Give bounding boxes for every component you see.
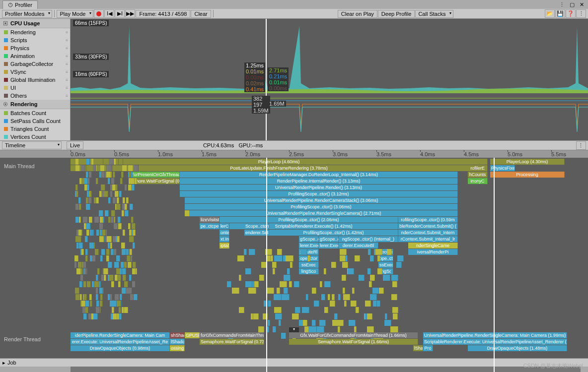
cat-Batches Count[interactable]: Batches Count xyxy=(0,109,70,117)
flame-block[interactable]: PostLateUpdate.FinishFrameRendering (3.7… xyxy=(71,165,488,171)
flame-block[interactable]: aphore.WaitForSignal (0.5 xyxy=(130,178,180,184)
flame-block[interactable]: ForPresentOnGfxThread xyxy=(130,172,180,178)
flame-block[interactable]: ossing xyxy=(170,345,185,351)
flame-block[interactable]: GPUSki xyxy=(185,332,200,338)
next-frame-button[interactable]: ▶I xyxy=(115,9,125,18)
flame-block[interactable]: lShadow xyxy=(413,345,423,351)
flame-block[interactable]: ScriptableRenderer.Execute: UniversalRen… xyxy=(423,339,567,345)
flame-block[interactable]: Pro xyxy=(423,345,433,351)
profiler-modules-dropdown[interactable]: Profiler Modules xyxy=(2,10,52,18)
flame-block[interactable]: ngScope..ctor() (Internal_) xyxy=(339,236,398,242)
flame-block[interactable]: nderSingleCame xyxy=(408,243,458,248)
expand-handle[interactable]: ▾ xyxy=(289,327,299,332)
flame-block[interactable]: ProfilingScope..ctor() (3.12ms) xyxy=(180,191,458,197)
flame-block[interactable]: gScope..ctor() ( xyxy=(319,236,339,242)
flame-block[interactable]: rofilerE xyxy=(468,165,488,171)
cat-Rendering[interactable]: Rendering≡ xyxy=(0,28,70,36)
horizontal-scrollbar[interactable] xyxy=(0,367,588,372)
flame-block[interactable]: gScope..ctor() ( xyxy=(299,236,319,242)
flame-block[interactable]: ProfilingScope..ctor() (3.06ms) xyxy=(185,204,458,210)
flame-block[interactable]: rofilingScope..ctor() (0.59m xyxy=(398,217,458,223)
flame-block[interactable]: UniversalRenderPipeline.RenderCameraStac… xyxy=(185,197,458,203)
record-button[interactable] xyxy=(94,9,104,18)
help-icon[interactable]: ❓ xyxy=(566,9,576,18)
flame-block[interactable]: lerer.ExecuteBl xyxy=(319,243,339,248)
flame-block[interactable]: iderPipeline.RenderSingleCamera: Main Ca… xyxy=(71,332,170,338)
flame-block[interactable]: xt.Internal xyxy=(220,236,229,242)
save-icon[interactable]: 💾 xyxy=(555,9,565,18)
cpu-usage-header[interactable]: CPU Usage xyxy=(0,19,70,28)
flame-block[interactable] xyxy=(185,210,190,216)
cpu-chart[interactable]: 66ms (15FPS) 33ms (30FPS) 16ms (60FPS) 1… xyxy=(71,19,588,140)
maximize-icon[interactable]: ▢ xyxy=(568,1,577,8)
menu-icon[interactable]: ⋮ xyxy=(557,1,567,8)
deep-profile-button[interactable]: Deep Profile xyxy=(378,10,415,18)
flame-block[interactable]: shShado xyxy=(170,332,185,338)
flame-block[interactable]: ssExec xyxy=(299,262,319,268)
flame-block[interactable]: hCounts xyxy=(468,172,488,178)
cat-VSync[interactable]: VSync≡ xyxy=(0,68,70,76)
flame-block[interactable]: lingSco xyxy=(299,268,319,274)
timeline-dropdown[interactable]: Timeline xyxy=(2,141,62,149)
options-icon[interactable]: ⋮ xyxy=(576,141,586,150)
flame-block[interactable]: enderer.Setup xyxy=(244,230,269,236)
flame-block[interactable]: iversalRenderPi xyxy=(408,249,458,255)
clear-on-play-button[interactable]: Clear on Play xyxy=(338,10,377,18)
flame-block[interactable]: PlayerLoop (4.30ms) xyxy=(490,159,565,165)
time-ruler[interactable]: 0.0ms0.5ms1.0ms1.5ms2.0ms2.5ms3.0ms3.5ms… xyxy=(0,150,588,158)
clear-button[interactable]: Clear xyxy=(191,10,211,18)
cat-Physics[interactable]: Physics≡ xyxy=(0,44,70,52)
cat-Scripts[interactable]: Scripts≡ xyxy=(0,36,70,44)
flame-block[interactable]: RenderPipeline.InternalRender() (3.13ms) xyxy=(180,178,458,184)
close-icon[interactable]: ✕ xyxy=(578,1,586,8)
cat-Animation[interactable]: Animation≡ xyxy=(0,52,70,60)
flame-block[interactable]: Processing xyxy=(490,172,565,178)
flame-block[interactable]: UniversalRenderPipeline.Render() (3.13ms… xyxy=(180,185,458,190)
load-icon[interactable]: 📂 xyxy=(545,9,555,18)
flame-block[interactable]: lerContext xyxy=(220,223,229,229)
flame-block[interactable]: Gfx.WaitForGfxCommandsFromMainThread (1.… xyxy=(289,332,418,338)
flame-block[interactable]: UniversalRenderPipeline.RenderSingleCame… xyxy=(423,332,567,338)
flame-block[interactable]: RenderPipelineManager.DoRenderLoop_Inter… xyxy=(180,172,458,178)
flame-block[interactable]: bleRenderContext.Submit() ( xyxy=(398,223,458,229)
play-mode-dropdown[interactable]: Play Mode xyxy=(57,10,93,18)
flame-block[interactable]: forGfxCommandsFromMainThread xyxy=(200,332,264,338)
flame-block[interactable]: PlayerLoop (4.60ms) xyxy=(71,159,488,165)
flame-block[interactable]: DrawOpaqueObjects (1.48ms) xyxy=(468,345,567,351)
prev-frame-button[interactable]: I◀ xyxy=(104,9,114,18)
flame-block[interactable]: rContext.Submit_Internal_lr xyxy=(398,236,458,242)
options-icon[interactable]: ⋮ xyxy=(576,9,586,18)
flame-block[interactable]: ProfilingScope..ctor() (1.42ms) xyxy=(269,230,398,236)
flame-block[interactable]: DrawOpaqueObjects (0.98ms) xyxy=(71,345,170,351)
call-stacks-dropdown[interactable]: Call Stacks xyxy=(415,10,453,18)
flame-block[interactable]: lShado xyxy=(170,339,185,345)
flame-block[interactable]: Semaphore.WaitForSignal (0.73ms xyxy=(200,339,264,345)
flame-block[interactable]: ProfilingScope..ctor() (2.06ms) xyxy=(220,217,398,223)
flame-block[interactable]: derer.ExecuteBl xyxy=(339,243,378,248)
flame-block[interactable]: ope..ctor xyxy=(378,255,393,261)
timeline-view[interactable]: Main Thread PlayerLoop (4.60ms)PlayerLoo… xyxy=(0,158,588,372)
flame-block[interactable]: iptable (0 xyxy=(220,243,229,248)
flame-block[interactable]: inonyC xyxy=(468,178,488,184)
cat-UI[interactable]: UI≡ xyxy=(0,84,70,92)
live-button[interactable]: Live xyxy=(67,141,83,149)
cat-Others[interactable]: Others≡ xyxy=(0,92,70,100)
cat-GarbageCollector[interactable]: GarbageCollector≡ xyxy=(0,60,70,68)
flame-block[interactable]: lizeVisitstI xyxy=(200,217,220,223)
flame-block[interactable]: UniversalRenderPipeline.RenderSingleCame… xyxy=(190,210,458,216)
cat-Triangles Count[interactable]: Triangles Count xyxy=(0,125,70,133)
flame-block[interactable]: ssExec xyxy=(378,262,393,268)
profiler-tab[interactable]: Profiler xyxy=(2,0,38,9)
flame-block[interactable]: lerer.ExecuteB xyxy=(299,243,319,248)
current-frame-button[interactable]: ▶▶ xyxy=(125,9,135,18)
cat-Global Illumination[interactable]: Global Illumination≡ xyxy=(0,76,70,84)
flame-block[interactable]: pe..ctcpe..ctc xyxy=(200,223,220,229)
expand-icon[interactable]: ▸ xyxy=(2,360,5,366)
flame-block[interactable]: erer.Execute: UniversalRenderPipelineAss… xyxy=(71,339,170,345)
flame-block[interactable]: Semaphore.WaitForSignal (1.66ms) xyxy=(289,339,418,345)
flame-block[interactable]: ontext.Inte xyxy=(220,230,229,236)
cat-SetPass Calls Count[interactable]: SetPass Calls Count xyxy=(0,117,70,125)
rendering-header[interactable]: Rendering xyxy=(0,100,70,109)
flame-block[interactable]: Scope..ctor() ( xyxy=(244,223,269,229)
flame-block[interactable]: nderContext.Submit_Intern xyxy=(398,230,458,236)
